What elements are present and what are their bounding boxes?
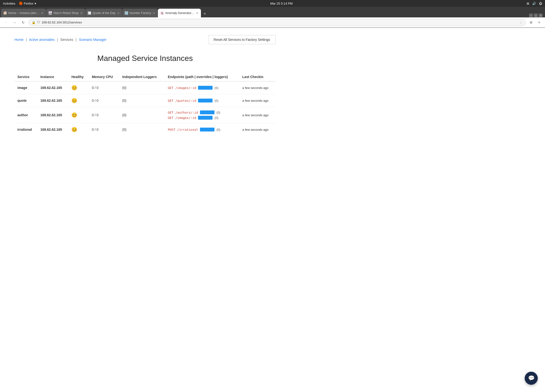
tab-anomaly-close[interactable]: ✕: [196, 12, 199, 15]
tab-number-label: Number Factory: [130, 11, 151, 15]
endpoint-row: GET /authors/:id(0): [168, 110, 236, 114]
tab-number-close[interactable]: ✕: [153, 12, 155, 15]
tab-home[interactable]: 🏠 Home – Instana (den… ✕: [1, 9, 46, 17]
tab-quote-label: Quote of the Day: [93, 11, 116, 15]
tab-robot[interactable]: 🤖 Stan's Robot Shop ✕: [46, 9, 85, 17]
endpoint-link[interactable]: GET /images/:id: [168, 116, 196, 120]
cell-memory-cpu: 0 / 0: [89, 107, 119, 123]
cell-memory-cpu: 0 / 0: [89, 123, 119, 136]
col-last-checkin: Last Checkin: [239, 73, 276, 81]
address-input-wrap[interactable]: 🔒 🛡 169.62.62.164:3012/services ☆: [29, 19, 526, 26]
reload-button[interactable]: ↻: [20, 19, 27, 26]
activities-label[interactable]: Activities: [3, 2, 15, 5]
extensions-icon[interactable]: ⊞: [528, 19, 534, 26]
tab-quote-close[interactable]: ✕: [117, 12, 120, 15]
endpoint-bar: [198, 86, 213, 90]
secure-icon: 🔒: [32, 21, 36, 24]
cell-instance: 169.62.62.165: [37, 123, 69, 136]
tab-number[interactable]: 🔢 Number Factory ✕: [122, 9, 158, 17]
endpoint-link[interactable]: GET /authors/:id: [168, 111, 198, 114]
cell-healthy: 😊: [68, 81, 89, 94]
table-row: author169.62.62.165😊0 / 0(0)GET /authors…: [15, 107, 276, 123]
tab-anomaly[interactable]: 👻 Anomaly Generator… ✕: [158, 9, 201, 17]
endpoint-overrides: (0): [216, 111, 220, 114]
table-row: image169.62.62.165😊0 / 0(0)GET /images/:…: [15, 81, 276, 94]
tab-home-favicon: 🏠: [3, 11, 7, 15]
tab-quote-favicon: 💬: [88, 11, 91, 15]
cell-independent-loggers: (0): [119, 123, 165, 136]
healthy-icon: 😊: [71, 127, 77, 132]
close-button[interactable]: ✕: [539, 14, 543, 17]
tab-number-favicon: 🔢: [125, 11, 128, 15]
breadcrumb-active-anomalies[interactable]: Active anomalies: [29, 38, 55, 42]
col-memory-cpu: Memory CPU: [89, 73, 119, 81]
table-row: irrational169.62.62.165😊0 / 0(0)POST /ir…: [15, 123, 276, 136]
endpoint-link[interactable]: POST /irrational: [168, 128, 198, 131]
minimize-button[interactable]: ─: [529, 14, 533, 17]
forward-button[interactable]: →: [11, 19, 18, 26]
cell-independent-loggers: (0): [119, 81, 165, 94]
os-bar-right: ⊞ 🔊 ⏻: [527, 2, 542, 5]
breadcrumb-scenario-manager[interactable]: Scenario Manager: [79, 38, 106, 42]
volume-icon: 🔊: [532, 2, 536, 5]
col-instance: Instance: [37, 73, 69, 81]
window-controls: ─ □ ✕: [527, 14, 545, 17]
endpoint-overrides: (0): [214, 86, 218, 90]
service-table: Service Instance Healthy Memory CPU Inde…: [15, 73, 276, 136]
breadcrumb-sep-3: |: [76, 38, 77, 42]
breadcrumb-sep-1: |: [26, 38, 27, 42]
cell-endpoints: GET /quotes/:id(0): [165, 94, 239, 107]
cell-instance: 169.62.62.165: [37, 94, 69, 107]
cell-instance: 169.62.62.165: [37, 107, 69, 123]
endpoint-bar: [198, 99, 213, 102]
os-datetime: Mar 25 5:14 PM: [40, 2, 523, 5]
tab-quote[interactable]: 💬 Quote of the Day ✕: [85, 9, 122, 17]
tab-robot-label: Stan's Robot Shop: [53, 11, 79, 15]
firefox-icon: [19, 2, 22, 5]
back-button[interactable]: ←: [2, 19, 9, 26]
endpoint-overrides: (0): [214, 116, 218, 120]
address-icon-shield: 🛡: [37, 21, 40, 24]
tab-robot-favicon: 🤖: [49, 11, 52, 15]
breadcrumb: Home | Active anomalies | Services | Sce…: [15, 38, 107, 42]
endpoint-bar: [200, 110, 214, 114]
endpoint-row: GET /images/:id(0): [168, 116, 236, 120]
cell-endpoints: POST /irrational(0): [165, 123, 239, 136]
firefox-label[interactable]: Firefox ▾: [19, 2, 36, 5]
breadcrumb-services: Services: [60, 38, 73, 42]
new-tab-button[interactable]: +: [201, 10, 208, 17]
network-icon: ⊞: [527, 2, 529, 5]
table-row: quote169.62.62.165😊0 / 0(0)GET /quotes/:…: [15, 94, 276, 107]
tab-home-label: Home – Instana (den…: [8, 11, 39, 15]
bookmark-icon[interactable]: ☆: [519, 21, 523, 24]
endpoint-row: POST /irrational(0): [168, 128, 236, 131]
browser-chrome: 🏠 Home – Instana (den… ✕ 🤖 Stan's Robot …: [0, 7, 545, 28]
address-input[interactable]: 169.62.62.164:3012/services: [42, 21, 518, 24]
breadcrumb-sep-2: |: [57, 38, 58, 42]
endpoint-overrides: (0): [216, 128, 220, 131]
col-service: Service: [15, 73, 37, 81]
endpoint-link[interactable]: GET /images/:id: [168, 86, 196, 90]
tab-robot-close[interactable]: ✕: [80, 12, 83, 15]
endpoint-bar: [198, 116, 213, 120]
cell-endpoints: GET /authors/:id(0)GET /images/:id(0): [165, 107, 239, 123]
restore-button[interactable]: □: [534, 14, 538, 17]
address-icons: ⊞ ≡: [528, 19, 543, 26]
cell-memory-cpu: 0 / 0: [89, 81, 119, 94]
cell-service: author: [15, 107, 37, 123]
page-title: Managed Service Instances: [15, 54, 276, 63]
cell-last-checkin: a few seconds ago: [239, 107, 276, 123]
healthy-icon: 😊: [71, 112, 77, 118]
reset-button[interactable]: Reset All Services to Factory Settings: [208, 35, 276, 44]
tab-home-close[interactable]: ✕: [41, 12, 44, 15]
cell-memory-cpu: 0 / 0: [89, 94, 119, 107]
power-icon: ⏻: [539, 2, 542, 5]
tab-anomaly-label: Anomaly Generator…: [165, 11, 194, 15]
os-bar: Activities Firefox ▾ Mar 25 5:14 PM ⊞ 🔊 …: [0, 0, 545, 7]
cell-healthy: 😊: [68, 107, 89, 123]
cell-last-checkin: a few seconds ago: [239, 94, 276, 107]
breadcrumb-home[interactable]: Home: [15, 38, 23, 42]
menu-icon[interactable]: ≡: [536, 19, 543, 26]
col-endpoints: Endpoints (path | overrides | loggers): [165, 73, 239, 81]
endpoint-link[interactable]: GET /quotes/:id: [168, 99, 196, 102]
